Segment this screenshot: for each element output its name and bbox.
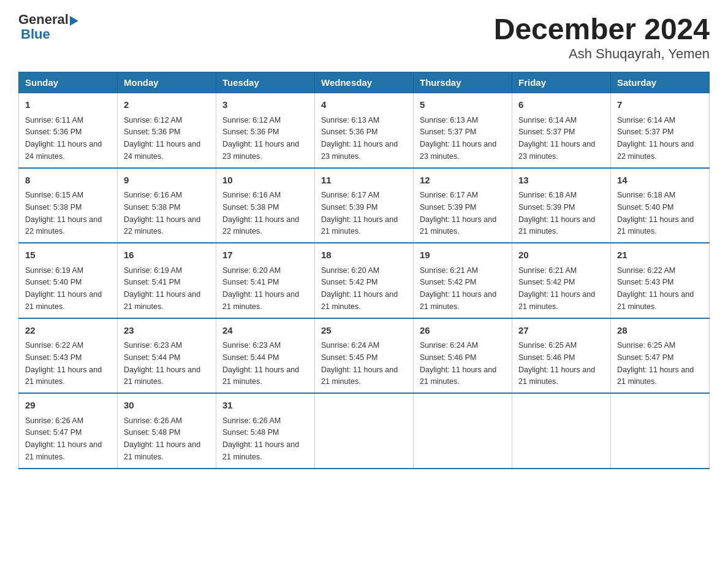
day-number: 27: [518, 324, 604, 338]
day-info: Sunrise: 6:19 AMSunset: 5:40 PMDaylight:…: [25, 266, 102, 311]
table-row: 7Sunrise: 6:14 AMSunset: 5:37 PMDaylight…: [611, 93, 710, 168]
table-row: 11Sunrise: 6:17 AMSunset: 5:39 PMDayligh…: [315, 168, 414, 243]
table-row: 8Sunrise: 6:15 AMSunset: 5:38 PMDaylight…: [19, 168, 118, 243]
day-info: Sunrise: 6:24 AMSunset: 5:46 PMDaylight:…: [420, 341, 496, 386]
day-number: 15: [25, 248, 111, 262]
table-row: 21Sunrise: 6:22 AMSunset: 5:43 PMDayligh…: [611, 243, 710, 318]
table-row: 2Sunrise: 6:12 AMSunset: 5:36 PMDaylight…: [118, 93, 216, 168]
table-row: 16Sunrise: 6:19 AMSunset: 5:41 PMDayligh…: [118, 243, 216, 318]
table-row: [611, 393, 710, 469]
day-number: 26: [420, 324, 506, 338]
table-row: 27Sunrise: 6:25 AMSunset: 5:46 PMDayligh…: [512, 318, 611, 394]
table-row: 19Sunrise: 6:21 AMSunset: 5:42 PMDayligh…: [414, 243, 512, 318]
table-row: 20Sunrise: 6:21 AMSunset: 5:42 PMDayligh…: [512, 243, 611, 318]
day-number: 7: [617, 98, 703, 112]
day-info: Sunrise: 6:26 AMSunset: 5:48 PMDaylight:…: [124, 416, 200, 461]
page-header: General Blue December 2024 Ash Shuqayrah…: [18, 12, 710, 62]
day-number: 10: [222, 174, 308, 188]
logo: General Blue: [18, 12, 78, 42]
calendar-table: Sunday Monday Tuesday Wednesday Thursday…: [18, 72, 710, 469]
day-info: Sunrise: 6:21 AMSunset: 5:42 PMDaylight:…: [518, 266, 595, 311]
day-info: Sunrise: 6:16 AMSunset: 5:38 PMDaylight:…: [222, 191, 299, 236]
day-number: 11: [321, 174, 407, 188]
calendar-week-row: 8Sunrise: 6:15 AMSunset: 5:38 PMDaylight…: [19, 168, 710, 243]
day-info: Sunrise: 6:14 AMSunset: 5:37 PMDaylight:…: [617, 116, 694, 161]
table-row: 18Sunrise: 6:20 AMSunset: 5:42 PMDayligh…: [315, 243, 414, 318]
table-row: 30Sunrise: 6:26 AMSunset: 5:48 PMDayligh…: [118, 393, 216, 469]
table-row: 28Sunrise: 6:25 AMSunset: 5:47 PMDayligh…: [611, 318, 710, 394]
day-number: 20: [518, 248, 604, 262]
day-info: Sunrise: 6:25 AMSunset: 5:47 PMDaylight:…: [617, 341, 694, 386]
day-number: 6: [518, 98, 604, 112]
day-info: Sunrise: 6:15 AMSunset: 5:38 PMDaylight:…: [25, 191, 102, 236]
col-monday: Monday: [118, 72, 216, 93]
day-info: Sunrise: 6:13 AMSunset: 5:36 PMDaylight:…: [321, 116, 398, 161]
day-number: 21: [617, 248, 703, 262]
table-row: 23Sunrise: 6:23 AMSunset: 5:44 PMDayligh…: [118, 318, 216, 394]
day-info: Sunrise: 6:17 AMSunset: 5:39 PMDaylight:…: [420, 191, 496, 236]
day-info: Sunrise: 6:20 AMSunset: 5:41 PMDaylight:…: [222, 266, 299, 311]
day-info: Sunrise: 6:11 AMSunset: 5:36 PMDaylight:…: [25, 116, 102, 161]
day-number: 1: [25, 98, 111, 112]
table-row: 1Sunrise: 6:11 AMSunset: 5:36 PMDaylight…: [19, 93, 118, 168]
day-info: Sunrise: 6:14 AMSunset: 5:37 PMDaylight:…: [518, 116, 595, 161]
day-info: Sunrise: 6:23 AMSunset: 5:44 PMDaylight:…: [222, 341, 299, 386]
day-number: 25: [321, 324, 407, 338]
calendar-header-row: Sunday Monday Tuesday Wednesday Thursday…: [19, 72, 710, 93]
day-number: 9: [124, 174, 210, 188]
day-number: 3: [222, 98, 308, 112]
day-info: Sunrise: 6:18 AMSunset: 5:40 PMDaylight:…: [617, 191, 694, 236]
col-tuesday: Tuesday: [216, 72, 315, 93]
day-info: Sunrise: 6:17 AMSunset: 5:39 PMDaylight:…: [321, 191, 398, 236]
day-number: 28: [617, 324, 703, 338]
day-number: 2: [124, 98, 210, 112]
day-number: 24: [222, 324, 308, 338]
day-info: Sunrise: 6:12 AMSunset: 5:36 PMDaylight:…: [124, 116, 200, 161]
col-sunday: Sunday: [19, 72, 118, 93]
table-row: 10Sunrise: 6:16 AMSunset: 5:38 PMDayligh…: [216, 168, 315, 243]
table-row: 9Sunrise: 6:16 AMSunset: 5:38 PMDaylight…: [118, 168, 216, 243]
col-friday: Friday: [512, 72, 611, 93]
table-row: [512, 393, 611, 469]
day-number: 23: [124, 324, 210, 338]
day-number: 12: [420, 174, 506, 188]
table-row: 6Sunrise: 6:14 AMSunset: 5:37 PMDaylight…: [512, 93, 611, 168]
table-row: 14Sunrise: 6:18 AMSunset: 5:40 PMDayligh…: [611, 168, 710, 243]
table-row: 5Sunrise: 6:13 AMSunset: 5:37 PMDaylight…: [414, 93, 512, 168]
day-number: 14: [617, 174, 703, 188]
table-row: 13Sunrise: 6:18 AMSunset: 5:39 PMDayligh…: [512, 168, 611, 243]
title-block: December 2024 Ash Shuqayrah, Yemen: [494, 12, 710, 62]
calendar-week-row: 1Sunrise: 6:11 AMSunset: 5:36 PMDaylight…: [19, 93, 710, 168]
day-info: Sunrise: 6:25 AMSunset: 5:46 PMDaylight:…: [518, 341, 595, 386]
table-row: 29Sunrise: 6:26 AMSunset: 5:47 PMDayligh…: [19, 393, 118, 469]
day-number: 29: [25, 399, 111, 413]
day-number: 17: [222, 248, 308, 262]
table-row: 22Sunrise: 6:22 AMSunset: 5:43 PMDayligh…: [19, 318, 118, 394]
day-number: 8: [25, 174, 111, 188]
calendar-week-row: 29Sunrise: 6:26 AMSunset: 5:47 PMDayligh…: [19, 393, 710, 469]
table-row: 12Sunrise: 6:17 AMSunset: 5:39 PMDayligh…: [414, 168, 512, 243]
day-number: 31: [222, 399, 308, 413]
table-row: 15Sunrise: 6:19 AMSunset: 5:40 PMDayligh…: [19, 243, 118, 318]
day-info: Sunrise: 6:23 AMSunset: 5:44 PMDaylight:…: [124, 341, 200, 386]
calendar-week-row: 15Sunrise: 6:19 AMSunset: 5:40 PMDayligh…: [19, 243, 710, 318]
day-info: Sunrise: 6:20 AMSunset: 5:42 PMDaylight:…: [321, 266, 398, 311]
day-info: Sunrise: 6:18 AMSunset: 5:39 PMDaylight:…: [518, 191, 595, 236]
col-wednesday: Wednesday: [315, 72, 414, 93]
table-row: [414, 393, 512, 469]
day-number: 16: [124, 248, 210, 262]
table-row: 26Sunrise: 6:24 AMSunset: 5:46 PMDayligh…: [414, 318, 512, 394]
day-info: Sunrise: 6:22 AMSunset: 5:43 PMDaylight:…: [617, 266, 694, 311]
col-thursday: Thursday: [414, 72, 512, 93]
table-row: 17Sunrise: 6:20 AMSunset: 5:41 PMDayligh…: [216, 243, 315, 318]
day-number: 18: [321, 248, 407, 262]
logo-blue-text: Blue: [21, 27, 78, 42]
day-number: 13: [518, 174, 604, 188]
table-row: 3Sunrise: 6:12 AMSunset: 5:36 PMDaylight…: [216, 93, 315, 168]
day-info: Sunrise: 6:24 AMSunset: 5:45 PMDaylight:…: [321, 341, 398, 386]
day-info: Sunrise: 6:13 AMSunset: 5:37 PMDaylight:…: [420, 116, 496, 161]
day-info: Sunrise: 6:21 AMSunset: 5:42 PMDaylight:…: [420, 266, 496, 311]
calendar-title: December 2024: [494, 12, 710, 46]
day-info: Sunrise: 6:12 AMSunset: 5:36 PMDaylight:…: [222, 116, 299, 161]
calendar-subtitle: Ash Shuqayrah, Yemen: [494, 46, 710, 62]
